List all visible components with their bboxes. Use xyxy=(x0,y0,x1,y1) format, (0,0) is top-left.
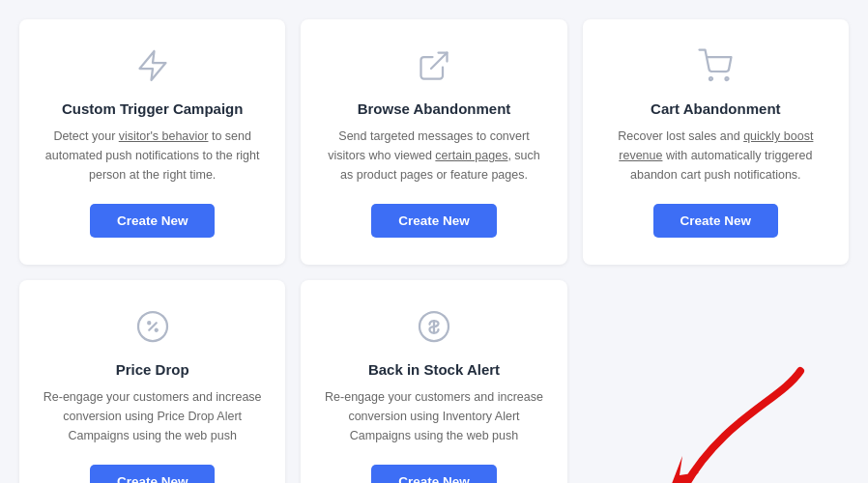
card-description: Recover lost sales and quickly boost rev… xyxy=(606,127,825,185)
card-description: Send targeted messages to convert visito… xyxy=(324,127,543,185)
card-title: Price Drop xyxy=(116,361,189,378)
card-cart-abandonment: Cart Abandonment Recover lost sales and … xyxy=(583,19,849,265)
cart-icon xyxy=(698,48,733,87)
svg-line-0 xyxy=(431,53,448,70)
percent-icon xyxy=(135,309,170,348)
svg-point-6 xyxy=(155,329,157,331)
external-link-icon xyxy=(417,48,451,87)
card-title: Custom Trigger Campaign xyxy=(62,100,244,117)
create-new-button[interactable]: Create New xyxy=(371,204,497,238)
card-description: Re-engage your customers and increase co… xyxy=(324,387,543,445)
campaign-grid: Custom Trigger Campaign Detect your visi… xyxy=(19,19,849,483)
card-price-drop: Price Drop Re-engage your customers and … xyxy=(19,280,285,483)
card-browse-abandonment: Browse Abandonment Send targeted message… xyxy=(301,19,566,265)
card-description: Detect your visitor's behavior to send a… xyxy=(43,127,262,185)
card-custom-trigger: Custom Trigger Campaign Detect your visi… xyxy=(19,19,285,265)
svg-point-5 xyxy=(148,322,150,324)
dollar-icon xyxy=(417,309,451,348)
card-back-in-stock: Back in Stock Alert Re-engage your custo… xyxy=(301,280,566,483)
create-new-button[interactable]: Create New xyxy=(90,465,216,483)
card-title: Browse Abandonment xyxy=(358,100,511,117)
svg-point-1 xyxy=(709,77,712,80)
create-new-button[interactable]: Create New xyxy=(653,204,779,238)
create-new-button[interactable]: Create New xyxy=(90,204,216,238)
card-title: Back in Stock Alert xyxy=(368,361,500,378)
bolt-icon xyxy=(135,48,170,87)
card-title: Cart Abandonment xyxy=(651,100,780,117)
svg-point-2 xyxy=(726,77,729,80)
create-new-button[interactable]: Create New xyxy=(371,465,497,483)
card-description: Re-engage your customers and increase co… xyxy=(43,387,262,445)
